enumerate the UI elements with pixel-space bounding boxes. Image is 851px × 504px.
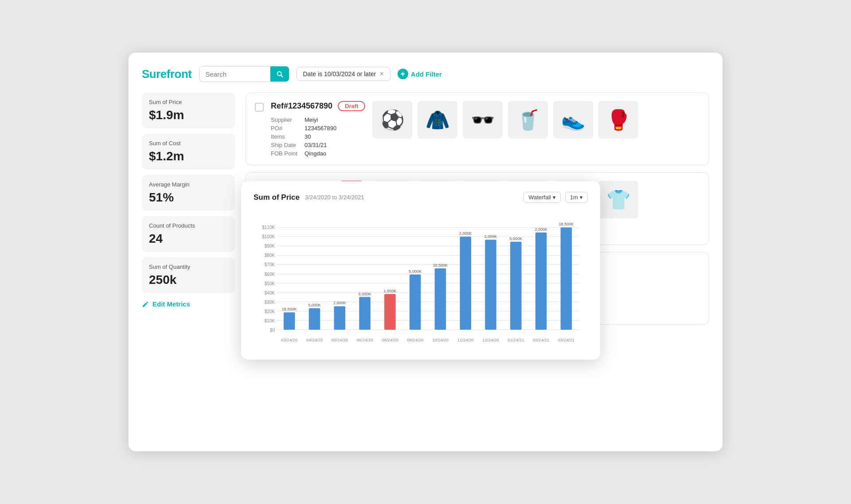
metric-value: $1.2m <box>149 149 228 163</box>
metric-card-sum-cost: Sum of Cost $1.2m <box>142 134 235 170</box>
search-input[interactable] <box>199 67 270 81</box>
svg-text:5,000K: 5,000K <box>308 303 321 307</box>
order-info: Ref#1234567890 Draft Supplier Meiyi PO# … <box>271 101 365 157</box>
svg-text:5,000K: 5,000K <box>510 236 523 241</box>
add-filter-label: Add Filter <box>411 70 442 78</box>
fob-value: Qingdao <box>304 150 366 157</box>
po-label: PO# <box>271 125 297 132</box>
svg-text:05/24/20: 05/24/20 <box>332 337 348 342</box>
app-logo: Surefront <box>142 67 192 81</box>
product-image: 🥊 <box>598 101 638 139</box>
metrics-container: Sum of Price $1.9m Sum of Cost $1.2m Ave… <box>142 93 235 293</box>
svg-text:6,000K: 6,000K <box>359 292 371 296</box>
metric-value: $1.9m <box>149 108 228 122</box>
metric-card-avg-margin: Average Margin 51% <box>142 175 235 211</box>
date-filter-chip[interactable]: Date is 10/03/2024 or later × <box>297 67 390 81</box>
svg-text:$80K: $80K <box>265 253 275 258</box>
metric-label: Average Margin <box>149 181 228 188</box>
po-value: 1234567890 <box>304 125 366 132</box>
svg-text:$90K: $90K <box>265 244 275 248</box>
supplier-value: Meiyi <box>304 116 366 123</box>
chart-svg: $110K$100K$90K$80K$70K$60K$50K$40K$30K$2… <box>254 210 588 347</box>
svg-text:10/24/20: 10/24/20 <box>432 337 449 342</box>
product-image: 🧥 <box>418 101 457 139</box>
svg-text:11/24/20: 11/24/20 <box>457 337 474 342</box>
order-ref: Ref#1234567890 <box>271 101 332 111</box>
svg-rect-54 <box>535 233 547 330</box>
svg-text:18,500K: 18,500K <box>559 222 574 226</box>
metric-label: Sum of Cost <box>149 140 228 147</box>
edit-metrics-button[interactable]: Edit Metrics <box>142 300 235 308</box>
svg-text:$110K: $110K <box>262 225 275 230</box>
svg-text:$70K: $70K <box>265 262 275 267</box>
order-header: Ref#1234567890 Draft <box>271 101 365 111</box>
svg-text:1,000K: 1,000K <box>384 289 397 293</box>
svg-rect-45 <box>460 236 472 330</box>
remove-filter-button[interactable]: × <box>380 70 384 78</box>
order-card: Ref#1234567890 Draft Supplier Meiyi PO# … <box>246 93 709 165</box>
chart-overlay: Sum of Price 3/24/2020 to 3/24/2021 Wate… <box>241 181 600 360</box>
chart-date-range: 3/24/2020 to 3/24/2021 <box>305 194 364 201</box>
content-area: Ref#1234567890 Draft Supplier Meiyi PO# … <box>246 93 709 325</box>
chart-period-dropdown[interactable]: 1m ▾ <box>565 192 588 203</box>
svg-rect-42 <box>435 268 446 330</box>
svg-text:$0: $0 <box>270 328 275 333</box>
metric-card-count-products: Count of Products 24 <box>142 216 235 252</box>
items-label: Items <box>271 133 297 140</box>
svg-text:$20K: $20K <box>265 309 275 314</box>
svg-rect-57 <box>561 227 572 330</box>
main-layout: Sum of Price $1.9m Sum of Cost $1.2m Ave… <box>142 93 709 325</box>
chart-header: Sum of Price 3/24/2020 to 3/24/2021 Wate… <box>254 192 588 203</box>
metric-value: 51% <box>149 190 228 205</box>
chart-title-group: Sum of Price 3/24/2020 to 3/24/2021 <box>254 193 364 202</box>
svg-rect-36 <box>384 294 396 330</box>
metric-value: 24 <box>149 232 228 246</box>
svg-rect-27 <box>309 308 320 330</box>
ship-date-label: Ship Date <box>271 142 297 148</box>
svg-text:2,000K: 2,000K <box>333 301 346 305</box>
metric-card-sum-price: Sum of Price $1.9m <box>142 93 235 128</box>
svg-text:$60K: $60K <box>265 272 275 277</box>
svg-text:04/24/20: 04/24/20 <box>306 337 323 342</box>
svg-text:$40K: $40K <box>265 291 275 295</box>
svg-text:01/24/21: 01/24/21 <box>507 337 524 342</box>
product-image: 👟 <box>553 101 593 139</box>
product-image: 🕶️ <box>463 101 503 139</box>
svg-text:$30K: $30K <box>265 300 275 305</box>
svg-rect-51 <box>510 242 522 330</box>
order-fields: Supplier Meiyi PO# 1234567890 Items 30 S… <box>271 116 365 157</box>
svg-text:18,500K: 18,500K <box>282 307 297 311</box>
svg-text:18,500K: 18,500K <box>433 263 448 268</box>
search-button[interactable] <box>270 66 289 81</box>
svg-text:09/24/20: 09/24/20 <box>407 337 423 342</box>
product-image: ⚽ <box>372 101 412 139</box>
svg-text:02/24/21: 02/24/21 <box>533 337 549 342</box>
chart-title: Sum of Price <box>254 193 300 202</box>
svg-text:03/24/21: 03/24/21 <box>558 337 574 342</box>
chart-area: $110K$100K$90K$80K$70K$60K$50K$40K$30K$2… <box>254 210 588 351</box>
ship-date-value: 03/31/21 <box>304 142 366 148</box>
order-checkbox[interactable] <box>255 103 264 112</box>
svg-rect-30 <box>334 306 346 330</box>
chart-type-dropdown[interactable]: Waterfall ▾ <box>523 192 561 203</box>
filter-label: Date is 10/03/2024 or later <box>303 70 376 78</box>
order-status-badge: Draft <box>338 101 365 111</box>
add-filter-button[interactable]: + Add Filter <box>398 69 442 79</box>
svg-text:$10K: $10K <box>265 318 275 323</box>
metric-label: Sum of Price <box>149 99 228 105</box>
svg-text:$100K: $100K <box>262 234 275 239</box>
svg-text:03/24/20: 03/24/20 <box>281 337 297 342</box>
svg-text:5,000K: 5,000K <box>409 269 422 274</box>
product-image: 👕 <box>598 181 638 218</box>
svg-rect-33 <box>359 297 371 330</box>
svg-text:2,000K: 2,000K <box>459 231 472 236</box>
svg-rect-39 <box>410 275 421 330</box>
search-bar <box>199 66 289 82</box>
chart-controls: Waterfall ▾ 1m ▾ <box>523 192 588 203</box>
items-value: 30 <box>304 133 366 140</box>
svg-text:08/24/20: 08/24/20 <box>382 337 398 342</box>
metric-label: Count of Products <box>149 222 228 229</box>
metric-card-sum-quantity: Sum of Quantity 250k <box>142 257 235 293</box>
svg-text:2,000K: 2,000K <box>535 227 547 232</box>
svg-text:2,000K: 2,000K <box>484 234 497 239</box>
